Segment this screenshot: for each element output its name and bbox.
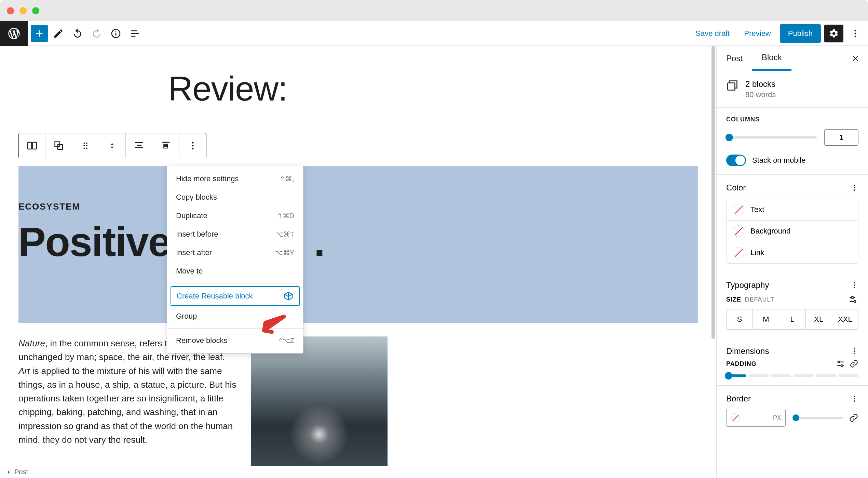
hero-block[interactable]: ECOSYSTEM Positive. xyxy=(18,166,698,323)
padding-slider[interactable] xyxy=(726,374,858,377)
border-options-icon[interactable] xyxy=(850,395,858,403)
details-button[interactable] xyxy=(107,25,124,42)
menu-insert-after[interactable]: Insert after⌥⌘Y xyxy=(167,243,303,262)
border-link-icon[interactable] xyxy=(849,413,858,423)
svg-point-2 xyxy=(855,32,856,34)
image-column[interactable] xyxy=(251,336,388,478)
edit-tool-button[interactable] xyxy=(50,25,67,42)
size-label: SIZE xyxy=(726,296,741,303)
tab-block[interactable]: Block xyxy=(752,46,791,71)
menu-separator xyxy=(167,283,303,283)
save-draft-button[interactable]: Save draft xyxy=(690,26,735,41)
border-radius-slider[interactable] xyxy=(793,417,843,419)
text-column[interactable]: Nature, in the common sense, refers to e… xyxy=(18,336,237,478)
move-drag-icon[interactable] xyxy=(72,133,99,158)
dimensions-heading: Dimensions xyxy=(726,346,769,356)
preview-button[interactable]: Preview xyxy=(739,26,776,41)
editor-top-toolbar: Save draft Preview Publish xyxy=(0,21,868,46)
tab-post[interactable]: Post xyxy=(717,46,752,71)
settings-sidebar: Post Block 2 blocks 80 words COLUMNS xyxy=(716,46,868,478)
border-width-control[interactable]: PX xyxy=(726,409,786,427)
svg-point-28 xyxy=(854,353,855,354)
move-up-down-icon[interactable] xyxy=(99,133,125,158)
columns-slider[interactable] xyxy=(726,136,817,138)
vertical-align-icon[interactable] xyxy=(152,133,179,158)
svg-point-33 xyxy=(854,400,855,402)
breadcrumb-footer: Post xyxy=(0,466,716,478)
svg-point-16 xyxy=(192,148,194,149)
multi-block-icon xyxy=(726,79,738,92)
editor-canvas[interactable]: Review: xyxy=(0,46,716,478)
wordpress-logo[interactable] xyxy=(0,21,28,46)
columns-value-input[interactable]: 1 xyxy=(824,129,858,146)
dimensions-options-icon[interactable] xyxy=(850,347,858,355)
padding-link-icon[interactable] xyxy=(850,359,858,368)
hero-tag: ECOSYSTEM xyxy=(18,201,698,212)
custom-size-icon[interactable] xyxy=(849,295,858,304)
block-type-columns-icon[interactable] xyxy=(19,133,45,158)
align-icon[interactable] xyxy=(126,133,152,158)
outline-button[interactable] xyxy=(126,25,144,42)
add-block-button[interactable] xyxy=(31,25,48,42)
svg-point-11 xyxy=(86,145,87,146)
size-l-button[interactable]: L xyxy=(779,309,805,329)
more-options-button[interactable] xyxy=(847,25,864,42)
svg-point-22 xyxy=(854,284,855,286)
svg-point-32 xyxy=(854,398,855,399)
svg-rect-5 xyxy=(32,142,36,149)
block-more-options-icon[interactable] xyxy=(179,133,206,158)
menu-create-reusable-block[interactable]: Create Reusable block xyxy=(171,286,300,306)
svg-point-9 xyxy=(86,143,87,144)
columns-block[interactable]: Nature, in the common sense, refers to e… xyxy=(18,336,698,478)
border-unit[interactable]: PX xyxy=(744,409,785,426)
close-window-icon[interactable] xyxy=(7,7,14,14)
menu-duplicate[interactable]: Duplicate⇧⌘D xyxy=(167,207,303,225)
svg-point-24 xyxy=(852,296,854,298)
menu-hide-more-settings[interactable]: Hide more settings⇧⌘, xyxy=(167,170,303,188)
color-background-button[interactable]: Background xyxy=(727,221,858,242)
word-count: 80 words xyxy=(745,90,776,99)
reusable-block-icon xyxy=(283,291,294,301)
post-title[interactable]: Review: xyxy=(168,69,698,108)
color-options-icon[interactable] xyxy=(850,184,858,192)
size-xl-button[interactable]: XL xyxy=(806,309,832,329)
typography-options-icon[interactable] xyxy=(850,281,858,289)
typography-heading: Typography xyxy=(726,280,769,290)
svg-point-3 xyxy=(855,36,856,37)
undo-button[interactable] xyxy=(69,25,86,42)
svg-point-1 xyxy=(855,29,856,31)
redo-button[interactable] xyxy=(88,25,105,42)
color-link-button[interactable]: Link xyxy=(727,242,858,263)
svg-point-12 xyxy=(83,148,85,149)
maximize-window-icon[interactable] xyxy=(32,7,39,14)
breadcrumb-item[interactable]: Post xyxy=(14,468,28,476)
close-sidebar-icon[interactable] xyxy=(843,46,868,71)
menu-copy-blocks[interactable]: Copy blocks xyxy=(167,188,303,207)
publish-button[interactable]: Publish xyxy=(780,24,821,43)
menu-move-to[interactable]: Move to xyxy=(167,262,303,280)
settings-button[interactable] xyxy=(824,25,843,42)
minimize-window-icon[interactable] xyxy=(19,7,27,14)
editor-scrollbar[interactable] xyxy=(710,46,716,464)
padding-label: PADDING xyxy=(726,360,757,368)
stack-mobile-toggle[interactable] xyxy=(726,155,746,166)
padding-custom-icon[interactable] xyxy=(836,359,845,368)
no-color-swatch-icon xyxy=(733,225,744,237)
color-text-button[interactable]: Text xyxy=(727,199,858,221)
select-parent-icon[interactable] xyxy=(45,133,72,158)
size-xxl-button[interactable]: XXL xyxy=(832,309,858,329)
block-toolbar xyxy=(18,133,206,158)
svg-rect-6 xyxy=(55,142,60,147)
svg-point-14 xyxy=(192,142,194,144)
color-panel: Color Text Background xyxy=(717,175,868,272)
no-color-swatch-icon xyxy=(733,247,744,258)
size-s-button[interactable]: S xyxy=(727,309,753,329)
svg-point-25 xyxy=(854,301,856,303)
block-summary: 2 blocks 80 words xyxy=(717,71,868,108)
svg-point-15 xyxy=(192,145,194,147)
size-m-button[interactable]: M xyxy=(753,309,779,329)
svg-point-18 xyxy=(854,185,855,186)
svg-point-21 xyxy=(854,282,855,283)
menu-insert-before[interactable]: Insert before⌥⌘T xyxy=(167,225,303,243)
svg-point-20 xyxy=(854,189,855,191)
